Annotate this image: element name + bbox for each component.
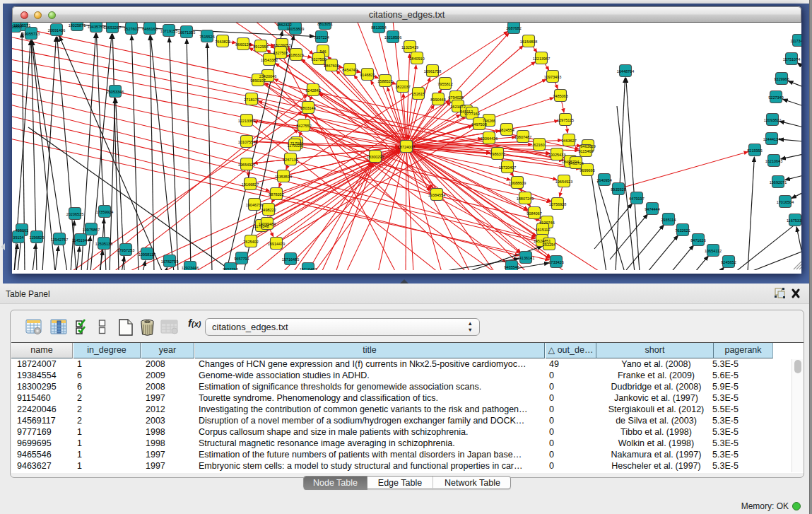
svg-text:12923446: 12923446 bbox=[182, 266, 199, 270]
svg-text:19654925: 19654925 bbox=[238, 163, 255, 167]
svg-text:19218506: 19218506 bbox=[384, 35, 401, 40]
svg-text:16210643: 16210643 bbox=[765, 159, 782, 163]
svg-text:8454749: 8454749 bbox=[342, 68, 357, 72]
svg-text:39154: 39154 bbox=[13, 235, 23, 240]
svg-text:1527602: 1527602 bbox=[124, 27, 139, 31]
svg-text:10719155: 10719155 bbox=[160, 29, 177, 33]
svg-text:7632621: 7632621 bbox=[675, 228, 690, 233]
svg-text:9084067: 9084067 bbox=[526, 211, 541, 216]
svg-text:6120746: 6120746 bbox=[539, 221, 554, 225]
svg-text:435061: 435061 bbox=[16, 228, 28, 233]
svg-text:19046736: 19046736 bbox=[246, 203, 263, 207]
svg-text:7986372: 7986372 bbox=[490, 152, 505, 156]
svg-text:3267130: 3267130 bbox=[283, 158, 298, 162]
svg-text:10975867: 10975867 bbox=[83, 228, 100, 232]
svg-text:18300295: 18300295 bbox=[367, 155, 384, 159]
svg-text:2718176: 2718176 bbox=[244, 98, 259, 102]
svg-text:7625402: 7625402 bbox=[243, 240, 258, 244]
svg-text:8935928: 8935928 bbox=[611, 187, 625, 192]
svg-text:1156829: 1156829 bbox=[29, 235, 44, 240]
svg-text:1640954: 1640954 bbox=[596, 178, 611, 182]
svg-text:16154808: 16154808 bbox=[520, 40, 537, 44]
svg-text:9327506: 9327506 bbox=[273, 51, 288, 55]
svg-text:6794028: 6794028 bbox=[448, 95, 463, 100]
svg-text:9474444: 9474444 bbox=[645, 207, 659, 211]
svg-text:15692071: 15692071 bbox=[770, 180, 787, 185]
svg-text:10958117: 10958117 bbox=[139, 252, 155, 257]
svg-text:9777169: 9777169 bbox=[464, 112, 479, 116]
svg-text:7955812: 7955812 bbox=[437, 82, 452, 86]
svg-text:10053809: 10053809 bbox=[287, 27, 304, 31]
svg-text:6497508: 6497508 bbox=[471, 122, 486, 127]
svg-text:9657791: 9657791 bbox=[234, 257, 249, 261]
svg-text:62160: 62160 bbox=[534, 143, 544, 147]
svg-text:12444134: 12444134 bbox=[763, 137, 780, 141]
svg-text:18025871: 18025871 bbox=[69, 23, 86, 28]
svg-text:252254: 252254 bbox=[543, 243, 555, 247]
svg-text:9657793: 9657793 bbox=[223, 267, 237, 271]
svg-text:7357224: 7357224 bbox=[314, 35, 329, 40]
svg-text:10654112: 10654112 bbox=[705, 249, 722, 253]
svg-text:546: 546 bbox=[319, 49, 326, 54]
svg-text:8990443: 8990443 bbox=[430, 98, 445, 102]
svg-text:17016504: 17016504 bbox=[777, 200, 794, 204]
svg-text:6479197: 6479197 bbox=[629, 197, 644, 201]
svg-text:9890107: 9890107 bbox=[250, 78, 265, 83]
svg-text:20206535: 20206535 bbox=[66, 212, 83, 216]
svg-text:15716485: 15716485 bbox=[282, 257, 299, 262]
svg-text:1588520: 1588520 bbox=[377, 79, 392, 83]
svg-text:3822037: 3822037 bbox=[395, 85, 410, 89]
svg-text:7515526: 7515526 bbox=[199, 35, 214, 39]
svg-text:12093822: 12093822 bbox=[764, 118, 781, 122]
svg-text:8912954: 8912954 bbox=[253, 45, 268, 49]
svg-text:11451944: 11451944 bbox=[72, 238, 89, 243]
svg-text:3824554: 3824554 bbox=[499, 128, 514, 132]
svg-text:2867608: 2867608 bbox=[324, 64, 339, 68]
svg-text:7663822: 7663822 bbox=[215, 40, 230, 44]
svg-text:1903557: 1903557 bbox=[12, 25, 23, 29]
svg-text:8813051: 8813051 bbox=[317, 23, 332, 26]
svg-text:2935114: 2935114 bbox=[661, 218, 676, 222]
svg-text:8813054: 8813054 bbox=[371, 25, 386, 30]
svg-text:19654923: 19654923 bbox=[555, 180, 572, 184]
svg-text:12505135: 12505135 bbox=[95, 242, 112, 246]
svg-text:9327508: 9327508 bbox=[311, 57, 326, 62]
svg-text:9245652: 9245652 bbox=[721, 260, 736, 264]
svg-text:12975115: 12975115 bbox=[557, 118, 574, 122]
svg-text:11675338: 11675338 bbox=[787, 218, 801, 223]
svg-text:8495704: 8495704 bbox=[568, 161, 583, 165]
svg-text:2687682: 2687682 bbox=[506, 26, 521, 30]
svg-text:9463629: 9463629 bbox=[580, 144, 595, 148]
svg-text:3498222: 3498222 bbox=[261, 208, 276, 212]
svg-text:20691406: 20691406 bbox=[48, 28, 65, 33]
svg-text:10107554: 10107554 bbox=[238, 140, 255, 144]
svg-text:9329966: 9329966 bbox=[774, 77, 789, 81]
svg-text:1840910: 1840910 bbox=[409, 57, 424, 61]
svg-text:1733426: 1733426 bbox=[548, 260, 563, 264]
svg-text:19166827: 19166827 bbox=[242, 182, 259, 187]
svg-text:8878352: 8878352 bbox=[269, 192, 283, 197]
svg-text:9115460: 9115460 bbox=[578, 149, 593, 153]
svg-text:15751074: 15751074 bbox=[783, 57, 800, 62]
svg-text:10807487: 10807487 bbox=[514, 135, 531, 139]
svg-text:9465546: 9465546 bbox=[504, 265, 519, 269]
svg-text:12213369: 12213369 bbox=[238, 119, 255, 123]
svg-text:11173426: 11173426 bbox=[790, 39, 801, 43]
svg-text:19055713: 19055713 bbox=[23, 32, 40, 36]
svg-text:14136141: 14136141 bbox=[517, 256, 534, 260]
svg-text:2803144: 2803144 bbox=[300, 106, 315, 110]
svg-text:8215955: 8215955 bbox=[747, 148, 762, 153]
svg-text:16914479: 16914479 bbox=[268, 242, 285, 246]
svg-text:16448764: 16448764 bbox=[617, 69, 634, 74]
svg-text:8186323: 8186323 bbox=[288, 53, 303, 57]
svg-text:16671355: 16671355 bbox=[178, 30, 195, 35]
svg-text:25053346: 25053346 bbox=[107, 90, 124, 94]
svg-text:1615112: 1615112 bbox=[535, 228, 550, 232]
svg-text:9242843: 9242843 bbox=[305, 88, 320, 93]
svg-text:10653267: 10653267 bbox=[104, 25, 121, 30]
svg-text:16961758: 16961758 bbox=[424, 69, 441, 74]
svg-text:9227349: 9227349 bbox=[768, 95, 783, 100]
svg-text:9699695: 9699695 bbox=[579, 168, 594, 173]
svg-text:10025433: 10025433 bbox=[548, 153, 565, 157]
svg-text:18724007: 18724007 bbox=[398, 145, 415, 149]
